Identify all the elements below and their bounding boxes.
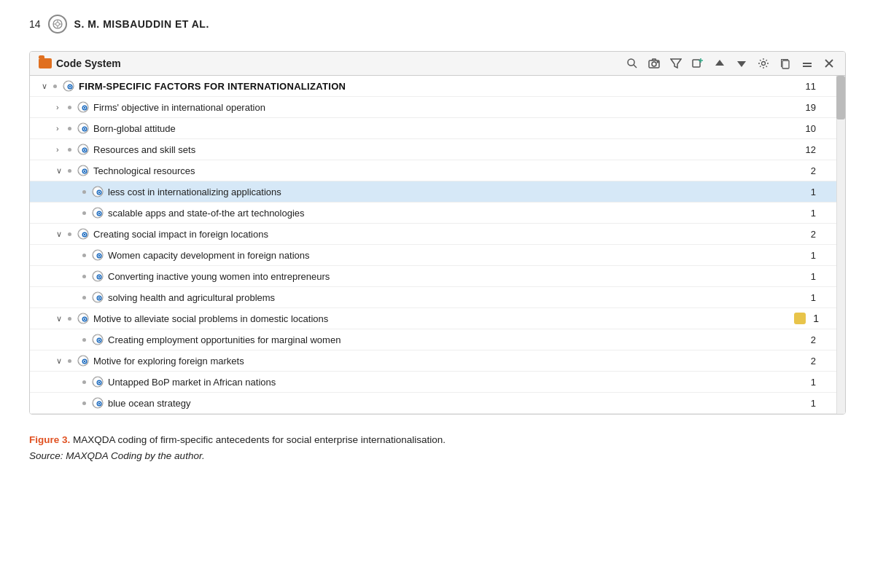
small-dot-icon bbox=[68, 359, 71, 363]
svg-point-37 bbox=[84, 128, 85, 130]
svg-point-47 bbox=[84, 170, 85, 172]
tree-chevron[interactable]: ∨ bbox=[56, 166, 65, 176]
move-down-button[interactable] bbox=[734, 56, 749, 71]
tree-row: less cost in internationalizing applicat… bbox=[30, 181, 845, 203]
snapshot-button[interactable] bbox=[647, 56, 661, 71]
node-label: Creating employment opportunities for ma… bbox=[108, 334, 341, 345]
svg-rect-20 bbox=[803, 66, 812, 67]
settings-button[interactable] bbox=[756, 56, 771, 71]
svg-point-82 bbox=[84, 318, 85, 320]
node-cell: scalable apps and state-of-the art techn… bbox=[34, 205, 720, 220]
node-label: FIRM-SPECIFIC FACTORS FOR INTERNATIONALI… bbox=[79, 81, 346, 92]
code-node-icon bbox=[90, 184, 105, 199]
node-label: less cost in internationalizing applicat… bbox=[108, 187, 281, 197]
code-node-icon bbox=[76, 311, 90, 326]
author-name: S. M. MISBAUDDIN ET AL. bbox=[74, 18, 209, 30]
svg-point-72 bbox=[98, 276, 100, 278]
scrollbar-track[interactable] bbox=[836, 76, 845, 414]
node-cell: ∨ Motive to alleviate social problems in… bbox=[34, 311, 720, 326]
tree-row: ∨ Technological resources2 bbox=[30, 160, 845, 181]
filter-button[interactable] bbox=[669, 56, 683, 71]
copy-button[interactable] bbox=[778, 56, 793, 71]
tree-chevron[interactable]: ∨ bbox=[56, 314, 65, 324]
small-dot-icon bbox=[68, 127, 71, 130]
code-node-icon bbox=[61, 79, 76, 93]
tree-row: › Born-global attitude10 bbox=[30, 118, 845, 139]
node-cell: › Resources and skill sets bbox=[34, 142, 720, 157]
code-system-panel: Code System bbox=[29, 51, 846, 415]
svg-point-17 bbox=[762, 62, 766, 66]
yellow-badge bbox=[794, 313, 806, 324]
node-cell: ∨ Creating social impact in foreign loca… bbox=[34, 227, 720, 241]
count-cell: 2 bbox=[726, 160, 845, 181]
count-cell: 1 bbox=[726, 181, 845, 203]
svg-point-77 bbox=[98, 297, 100, 299]
search-button[interactable] bbox=[625, 56, 639, 71]
close-button[interactable] bbox=[822, 56, 836, 71]
svg-point-9 bbox=[652, 62, 656, 66]
tree-row: ∨ Motive for exploring foreign markets2 bbox=[30, 350, 845, 372]
node-label: Motive to alleviate social problems in d… bbox=[93, 313, 328, 324]
count-cell: 2 bbox=[726, 224, 845, 245]
small-dot-icon bbox=[68, 148, 71, 152]
node-label: solving health and agricultural problems bbox=[108, 292, 275, 303]
small-dot-icon bbox=[68, 232, 71, 236]
code-node-icon bbox=[90, 290, 105, 305]
node-cell: ∨ Technological resources bbox=[34, 163, 720, 178]
scrollbar-thumb[interactable] bbox=[836, 76, 845, 119]
small-dot-icon bbox=[68, 106, 71, 109]
node-cell: Converting inactive young women into ent… bbox=[34, 269, 720, 283]
count-cell: 2 bbox=[726, 350, 845, 372]
code-tree-table: ∨ FIRM-SPECIFIC FACTORS FOR INTERNATIONA… bbox=[30, 76, 845, 414]
tree-chevron[interactable]: › bbox=[56, 124, 65, 133]
node-label: Born-global attitude bbox=[93, 123, 176, 134]
count-cell: 1 bbox=[726, 372, 845, 393]
tree-chevron[interactable]: ∨ bbox=[42, 82, 50, 91]
node-cell: ∨ FIRM-SPECIFIC FACTORS FOR INTERNATIONA… bbox=[34, 79, 720, 93]
count-cell: 2 bbox=[726, 329, 845, 350]
count-cell: 1 bbox=[726, 245, 845, 266]
svg-point-92 bbox=[84, 361, 85, 362]
code-node-icon bbox=[90, 375, 105, 389]
svg-point-32 bbox=[84, 107, 85, 109]
tree-chevron[interactable]: ∨ bbox=[56, 356, 65, 366]
figure-caption-text: MAXQDA coding of firm-specific anteceden… bbox=[73, 434, 446, 445]
svg-point-62 bbox=[84, 234, 85, 235]
svg-point-10 bbox=[657, 61, 658, 63]
toolbar-actions bbox=[625, 56, 836, 71]
count-cell: 1 bbox=[726, 393, 845, 414]
node-cell: › Born-global attitude bbox=[34, 121, 720, 136]
tree-chevron[interactable]: › bbox=[56, 145, 65, 154]
node-cell: ∨ Motive for exploring foreign markets bbox=[34, 353, 720, 368]
tree-row: Untapped BoP market in African nations1 bbox=[30, 372, 845, 393]
page-header: 14 S. M. MISBAUDDIN ET AL. bbox=[29, 15, 846, 34]
code-node-icon bbox=[90, 396, 105, 410]
svg-rect-19 bbox=[803, 63, 812, 64]
small-dot-icon bbox=[53, 85, 57, 88]
page-number: 14 bbox=[29, 18, 41, 30]
minimize-button[interactable] bbox=[800, 56, 814, 71]
tree-row: Creating employment opportunities for ma… bbox=[30, 329, 845, 350]
journal-icon bbox=[48, 15, 67, 34]
code-node-icon bbox=[90, 269, 105, 283]
code-node-icon bbox=[76, 353, 90, 368]
svg-point-67 bbox=[98, 255, 100, 256]
svg-point-87 bbox=[98, 340, 100, 341]
figure-source-text: MAXQDA Coding by the author. bbox=[66, 450, 204, 461]
svg-line-7 bbox=[634, 65, 637, 68]
node-label: Untapped BoP market in African nations bbox=[108, 377, 276, 388]
tree-chevron[interactable]: ∨ bbox=[56, 230, 65, 239]
move-up-button[interactable] bbox=[712, 56, 727, 71]
count-cell: 10 bbox=[726, 118, 845, 139]
small-dot-icon bbox=[82, 211, 86, 215]
add-code-button[interactable] bbox=[691, 56, 705, 71]
svg-point-52 bbox=[98, 192, 100, 193]
small-dot-icon bbox=[68, 317, 71, 321]
tree-row: scalable apps and state-of-the art techn… bbox=[30, 203, 845, 224]
small-dot-icon bbox=[82, 190, 86, 194]
badge-count-area: 1 bbox=[730, 313, 841, 324]
code-node-icon bbox=[76, 227, 90, 241]
count-cell: 1 bbox=[726, 203, 845, 224]
panel-content: ∨ FIRM-SPECIFIC FACTORS FOR INTERNATIONA… bbox=[30, 76, 845, 414]
tree-chevron[interactable]: › bbox=[56, 103, 65, 111]
